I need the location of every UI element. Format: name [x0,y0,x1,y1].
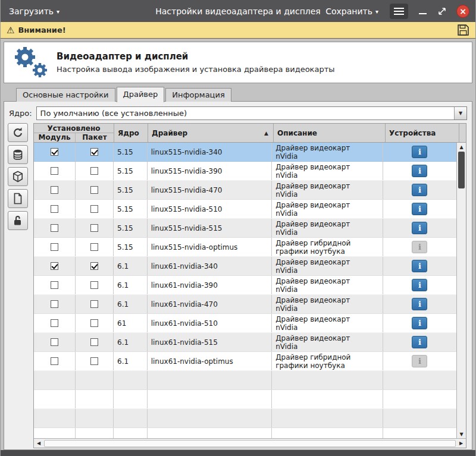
column-header-devices[interactable]: Устройства [386,124,459,142]
table-row[interactable]: 6.1linux61-nvidia-470Драйвер видеокарт n… [34,295,456,314]
device-info-button[interactable]: i [412,317,427,329]
device-info-button[interactable]: i [412,146,427,158]
refresh-button[interactable] [8,123,28,142]
app-window: Загрузить ▾ Настройки видеоадаптера и ди… [0,0,476,456]
module-checkbox[interactable] [51,205,58,213]
load-menu-button[interactable]: Загрузить ▾ [7,4,62,18]
tab-driver[interactable]: Драйвер [117,87,165,102]
save-menu-button[interactable]: Сохранить ▾ [323,4,381,18]
package-checkbox[interactable] [90,148,98,156]
chevron-down-icon: ▼ [459,111,462,116]
table-body: 5.15linux515-nvidia-340Драйвер видеокарт… [34,143,456,438]
table-row[interactable]: 5.15linux515-nvidia-340Драйвер видеокарт… [34,143,456,162]
lock-button[interactable] [8,211,28,230]
column-header-installed[interactable]: Установлено Модуль Пакет [34,124,114,142]
driver-cell: linux515-nvidia-510 [148,200,273,218]
column-header-driver[interactable]: Драйвер ▲ [148,124,274,142]
description-cell: Драйвер видеокарт nVidia [272,257,383,275]
module-checkbox[interactable] [51,167,58,175]
package-checkbox[interactable] [90,167,98,175]
table-row[interactable]: 5.15linux515-nvidia-390Драйвер видеокарт… [34,162,456,181]
table-row[interactable]: 61linux61-nvidia-510Драйвер видеокарт nV… [34,314,456,333]
module-checkbox[interactable] [51,357,58,365]
tab-information[interactable]: Информация [165,88,231,102]
package-checkbox[interactable] [90,224,98,232]
empty-cell [383,409,456,427]
device-info-button[interactable]: i [412,336,427,348]
combobox-dropdown-button[interactable]: ▼ [454,107,466,119]
scroll-up-button[interactable]: ▲ [457,143,466,151]
empty-cell [34,409,76,427]
table-row[interactable]: 6.1linux61-nvidia-optimusДрайвер гибридн… [34,352,456,371]
horizontal-scrollbar[interactable]: ◀ ▶ [34,438,466,448]
kernel-cell: 5.15 [114,219,148,237]
table-row[interactable]: 5.15linux515-nvidia-470Драйвер видеокарт… [34,181,456,200]
scroll-left-button[interactable]: ◀ [34,439,43,448]
devices-cell: i [383,200,456,218]
table-row[interactable]: 5.15linux515-nvidia-515Драйвер видеокарт… [34,219,456,238]
devices-cell: i [383,352,456,370]
package-checkbox[interactable] [90,357,98,365]
menu-button[interactable] [390,4,408,19]
table-row[interactable]: 5.15linux515-nvidia-optimusДрайвер гибри… [34,238,456,257]
minimize-button[interactable] [417,6,428,17]
table-row[interactable]: 6.1linux61-nvidia-390Драйвер видеокарт n… [34,276,456,295]
module-cell [34,314,76,332]
tab-basic-settings[interactable]: Основные настройки [16,88,115,102]
kernel-cell: 5.15 [114,181,148,199]
package-checkbox[interactable] [90,319,98,327]
package-checkbox[interactable] [90,281,98,289]
device-info-button[interactable]: i [412,203,427,215]
header-text: Видеоадаптер и дисплей Настройка вывода … [57,51,335,74]
module-checkbox[interactable] [51,338,58,346]
table-row[interactable]: 6.1linux61-nvidia-515Драйвер видеокарт n… [34,333,456,352]
module-checkbox[interactable] [51,148,58,156]
table-row[interactable]: 6.1linux61-nvidia-340Драйвер видеокарт n… [34,257,456,276]
module-checkbox[interactable] [51,224,58,232]
horizontal-scroll-thumb[interactable] [44,440,456,447]
package-checkbox[interactable] [90,262,98,270]
kernel-cell: 6.1 [114,257,148,275]
module-checkbox[interactable] [51,281,58,289]
module-checkbox[interactable] [51,243,58,251]
close-button[interactable]: × [456,5,469,18]
device-info-button[interactable]: i [412,241,427,253]
maximize-button[interactable] [437,6,447,17]
package-button[interactable] [8,167,28,186]
vertical-scrollbar[interactable]: ▲ ▼ [456,143,466,438]
package-checkbox[interactable] [90,186,98,194]
database-button[interactable] [8,145,28,164]
table-row[interactable]: 5.15linux515-nvidia-510Драйвер видеокарт… [34,200,456,219]
module-checkbox[interactable] [51,186,58,194]
package-checkbox[interactable] [90,300,98,308]
module-checkbox[interactable] [51,262,58,270]
column-header-description[interactable]: Описание [274,124,386,142]
package-checkbox[interactable] [90,243,98,251]
sort-asc-icon: ▲ [264,130,268,136]
column-header-package[interactable]: Пакет [76,133,114,142]
module-checkbox[interactable] [51,319,58,327]
device-info-button[interactable]: i [412,184,427,196]
device-info-button[interactable]: i [412,355,427,367]
device-info-button[interactable]: i [412,165,427,177]
vertical-scroll-thumb[interactable] [458,152,465,188]
column-header-module[interactable]: Модуль [34,133,76,142]
device-info-button[interactable]: i [412,298,427,310]
scroll-down-button[interactable]: ▼ [457,430,466,438]
package-checkbox[interactable] [90,338,98,346]
device-info-button[interactable]: i [412,260,427,272]
column-header-kernel[interactable]: Ядро [114,124,148,142]
package-cell [76,181,114,199]
scroll-right-button[interactable]: ▶ [456,439,466,448]
package-checkbox[interactable] [90,205,98,213]
warning-icon: ⚠ [7,25,14,36]
device-info-button[interactable]: i [412,279,427,291]
kernel-cell: 6.1 [114,333,148,351]
module-checkbox[interactable] [51,300,58,308]
device-info-button[interactable]: i [412,222,427,234]
document-button[interactable] [8,189,28,208]
kernel-combobox[interactable]: По умолчанию (все установленные) ▼ [36,106,467,120]
save-settings-button[interactable] [457,24,469,36]
kernel-cell: 5.15 [114,200,148,218]
module-cell [34,352,76,370]
